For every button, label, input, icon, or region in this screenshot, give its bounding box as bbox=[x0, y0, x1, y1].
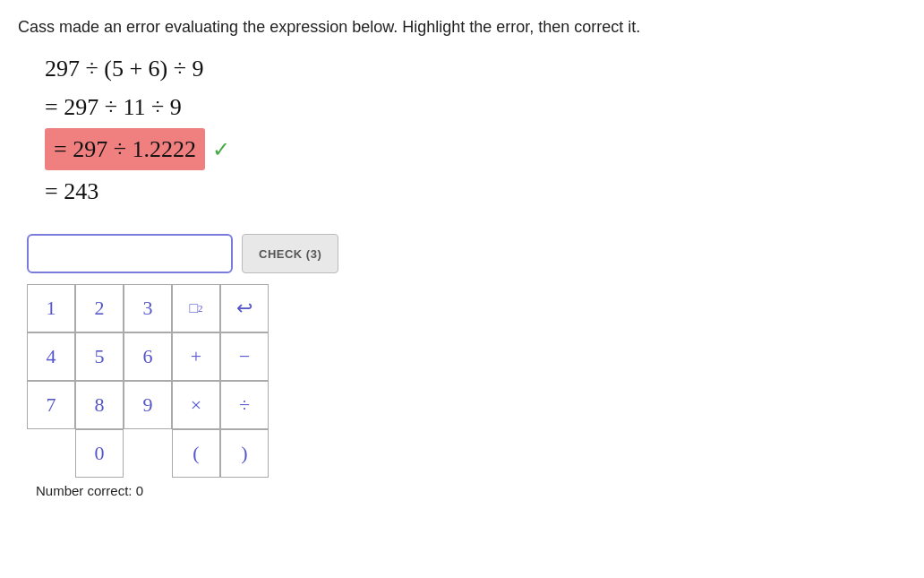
calc-btn-2[interactable]: 2 bbox=[75, 284, 124, 332]
instruction-text: Cass made an error evaluating the expres… bbox=[18, 18, 906, 37]
checkmark-icon: ✓ bbox=[212, 137, 230, 162]
calc-btn-3[interactable]: 3 bbox=[124, 284, 172, 332]
calc-btn-8[interactable]: 8 bbox=[75, 381, 124, 429]
calculator: 1 2 3 □2 ↩ 4 5 6 + − 7 8 9 × ÷ 0 ( ) bbox=[27, 284, 269, 478]
calc-btn-7[interactable]: 7 bbox=[27, 381, 75, 429]
math-line-1: 297 ÷ (5 + 6) ÷ 9 bbox=[45, 51, 204, 86]
check-button[interactable]: CHECK (3) bbox=[242, 234, 338, 273]
math-line-4: = 243 bbox=[45, 174, 98, 209]
number-correct-label: Number correct: 0 bbox=[36, 483, 906, 498]
calc-btn-backspace[interactable]: ↩ bbox=[220, 284, 269, 332]
calc-btn-minus[interactable]: − bbox=[220, 332, 269, 381]
answer-input[interactable] bbox=[27, 234, 233, 273]
calc-btn-lparen[interactable]: ( bbox=[172, 429, 220, 478]
math-line-2: = 297 ÷ 11 ÷ 9 bbox=[45, 90, 182, 125]
calc-btn-9[interactable]: 9 bbox=[124, 381, 172, 429]
calc-btn-rparen[interactable]: ) bbox=[220, 429, 269, 478]
calc-btn-square[interactable]: □2 bbox=[172, 284, 220, 332]
calc-btn-plus[interactable]: + bbox=[172, 332, 220, 381]
calc-btn-0[interactable]: 0 bbox=[75, 429, 124, 478]
calc-btn-4[interactable]: 4 bbox=[27, 332, 75, 381]
calc-btn-5[interactable]: 5 bbox=[75, 332, 124, 381]
calc-btn-6[interactable]: 6 bbox=[124, 332, 172, 381]
calc-btn-1[interactable]: 1 bbox=[27, 284, 75, 332]
math-line-3-highlighted: = 297 ÷ 1.2222 bbox=[45, 128, 205, 170]
calc-btn-divide[interactable]: ÷ bbox=[220, 381, 269, 429]
calc-btn-multiply[interactable]: × bbox=[172, 381, 220, 429]
